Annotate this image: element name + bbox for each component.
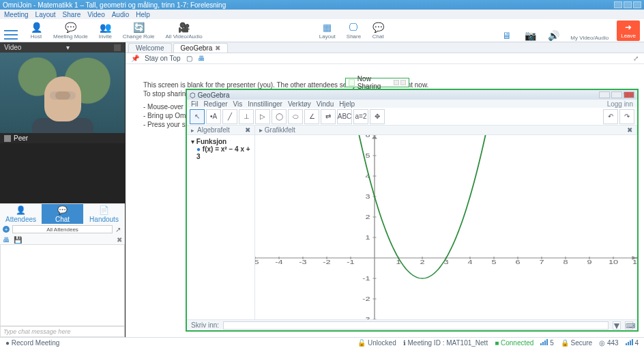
tool-move[interactable]: ↖ <box>190 109 205 124</box>
leave-button[interactable]: ➜Leave <box>617 20 640 41</box>
dropdown-icon[interactable] <box>394 80 399 85</box>
window-title: OmniJoin - Matematikk 1 – Tall, geometri… <box>3 1 226 9</box>
geo-menu-rediger[interactable]: Rediger <box>204 100 228 108</box>
chat-input[interactable]: Type chat message here <box>0 326 125 337</box>
all-video-audio-button[interactable]: 🎥All Video/Audio <box>163 22 205 40</box>
geo-menu-hjelp[interactable]: Hjelp <box>339 100 355 108</box>
menu-audio[interactable]: Audio <box>112 11 130 18</box>
popout-icon[interactable]: ↗ <box>115 226 122 233</box>
svg-marker-53 <box>372 135 377 139</box>
tool-redo[interactable]: ↷ <box>619 109 634 124</box>
codec-status: ◎ 443 <box>599 339 618 347</box>
stay-on-top-bar: 📌 Stay on Top ▢ 🖶 ⤢ <box>126 53 644 64</box>
meeting-id: ℹ Meeting ID : MAT101_Nett <box>403 339 488 347</box>
tool-help[interactable]: ? ▢ <box>623 91 634 98</box>
algebra-group[interactable]: ▾ Funksjon <box>191 138 250 145</box>
close-tab-icon[interactable]: ✖ <box>215 44 220 52</box>
status-bar: ● Record Meeting 🔓 Unlocked ℹ Meeting ID… <box>0 337 644 348</box>
chat-clear-icon[interactable]: ✖ <box>117 236 122 244</box>
tab-geogebra[interactable]: GeoGebra✖ <box>173 43 229 53</box>
stay-toggle[interactable]: ▢ <box>186 55 192 62</box>
geo-menu-verktoy[interactable]: Verktøy <box>288 100 311 108</box>
svg-text:2: 2 <box>366 213 370 220</box>
chat-tab[interactable]: 💬Chat <box>42 204 83 224</box>
meeting-mode-button[interactable]: 💬Meeting Mode <box>50 22 91 40</box>
svg-text:3: 3 <box>443 259 448 265</box>
graphics-header[interactable]: ▸ Grafikkfelt✖ <box>255 126 637 134</box>
tool-perp[interactable]: ⊥ <box>239 109 254 124</box>
tool-ellipse[interactable]: ⬭ <box>288 109 303 124</box>
layout-button[interactable]: ▦Layout <box>317 22 338 40</box>
invite-button[interactable]: 👥Invite <box>96 22 115 40</box>
chat-save-icon[interactable]: 💾 <box>14 236 22 244</box>
attendees-tab[interactable]: 👤Attendees <box>0 204 42 224</box>
pin-icon[interactable]: 📌 <box>131 55 139 62</box>
svg-text:6: 6 <box>366 135 370 138</box>
geo-input-field[interactable] <box>223 321 609 330</box>
tool-angle[interactable]: ∠ <box>304 109 319 124</box>
add-attendee-icon[interactable]: + <box>3 226 10 233</box>
svg-text:1: 1 <box>396 259 400 265</box>
menu-video[interactable]: Video <box>87 11 104 18</box>
pencil-icon[interactable] <box>349 79 355 86</box>
stop-share-icon[interactable] <box>400 80 406 85</box>
graphics-panel[interactable]: -5-4-3-2-11234567891011-3-2-1123456 <box>255 135 637 319</box>
record-meeting-button[interactable]: ● Record Meeting <box>5 339 59 347</box>
geo-minimize-button[interactable] <box>599 91 610 98</box>
menu-share[interactable]: Share <box>63 11 81 18</box>
tool-undo[interactable]: ↶ <box>603 109 618 124</box>
algebra-panel: ▾ Funksjon ● f(x) = x² − 4 x + 3 <box>187 135 255 319</box>
geo-menu-vis[interactable]: Vis <box>233 100 243 108</box>
side-tabs: 👤Attendees 💬Chat 📄Handouts <box>0 203 125 224</box>
algebra-header[interactable]: ▸ Algebrafelt✖ <box>187 126 255 134</box>
speaker-dropdown[interactable]: 🔊 <box>544 30 562 41</box>
geo-maximize-button[interactable] <box>611 91 622 98</box>
tool-line[interactable]: ╱ <box>222 109 237 124</box>
svg-text:-5: -5 <box>255 259 259 265</box>
geogebra-titlebar[interactable]: ⬡ GeoGebra <box>187 90 637 100</box>
menu-help[interactable]: Help <box>136 11 150 18</box>
stay-on-top-label: Stay on Top <box>145 55 181 62</box>
geo-input-keyboard[interactable]: ⌨ <box>625 321 633 330</box>
menu-meeting[interactable]: Meeting <box>4 11 29 18</box>
svg-text:-3: -3 <box>362 315 370 319</box>
tool-movegraph[interactable]: ✥ <box>370 109 385 124</box>
geo-menu-fil[interactable]: Fil <box>191 100 199 108</box>
hamburger-icon[interactable] <box>4 30 18 40</box>
tool-slider[interactable]: a=2 <box>353 109 368 124</box>
attendee-select[interactable]: All Attendees <box>12 225 113 233</box>
my-video-audio[interactable]: My Video/Audio <box>568 35 611 41</box>
tool-text[interactable]: ABC <box>337 109 352 124</box>
svg-text:9: 9 <box>587 259 591 265</box>
geo-login-link[interactable]: Logg inn <box>607 100 633 108</box>
tool-point[interactable]: •A <box>206 109 221 124</box>
maximize-button[interactable] <box>624 1 632 8</box>
handouts-tab[interactable]: 📄Handouts <box>83 204 125 224</box>
change-role-button[interactable]: 🔄Change Role <box>120 22 158 40</box>
monitor-dropdown[interactable]: 🖥 <box>498 30 516 41</box>
window-controls <box>614 1 641 8</box>
video-expand-icon[interactable] <box>114 44 121 51</box>
tool-reflect[interactable]: ⇄ <box>321 109 336 124</box>
geo-menu-innstillinger[interactable]: Innstillinger <box>248 100 282 108</box>
geo-input-dropdown[interactable]: ⯆ <box>613 321 621 330</box>
share-button[interactable]: 🖵Share <box>344 22 364 40</box>
minimize-button[interactable] <box>614 1 622 8</box>
camera-dropdown[interactable]: 📷 <box>521 30 539 41</box>
menu-layout[interactable]: Layout <box>35 11 56 18</box>
geo-menu-vindu[interactable]: Vindu <box>317 100 334 108</box>
svg-text:5: 5 <box>491 259 496 265</box>
svg-text:5: 5 <box>366 151 370 158</box>
content-tabs: Welcome GeoGebra✖ <box>126 42 644 53</box>
function-entry[interactable]: ● f(x) = x² − 4 x + 3 <box>196 145 250 160</box>
expand-icon[interactable]: ⤢ <box>633 55 639 62</box>
svg-text:-1: -1 <box>362 274 370 281</box>
tool-circle[interactable]: ◯ <box>272 109 287 124</box>
close-button[interactable] <box>633 1 641 8</box>
host-button[interactable]: 👤Host <box>27 22 45 40</box>
tab-welcome[interactable]: Welcome <box>128 43 172 53</box>
tool-polygon[interactable]: ▷ <box>255 109 270 124</box>
print-icon[interactable]: 🖶 <box>198 55 205 62</box>
chat-toolbar-button[interactable]: 💬Chat <box>369 22 387 40</box>
chat-print-icon[interactable]: 🖶 <box>3 236 10 244</box>
